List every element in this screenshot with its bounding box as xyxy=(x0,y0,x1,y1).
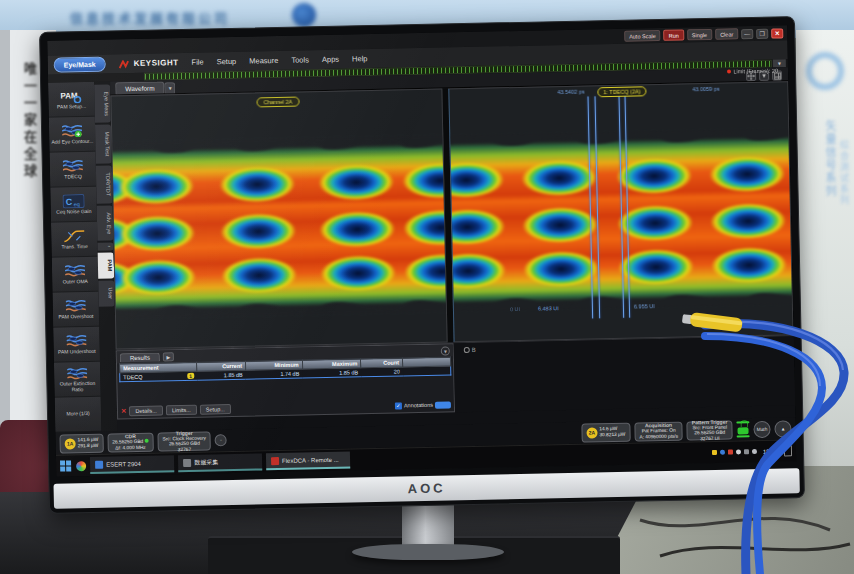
menu-measure[interactable]: Measure xyxy=(249,56,278,66)
channel-chip[interactable]: Channel 2A xyxy=(256,97,299,108)
menu-tools[interactable]: Tools xyxy=(291,55,309,64)
lock-icon xyxy=(737,424,748,434)
tab-mask-test[interactable]: Mask Test xyxy=(95,125,112,164)
close-results-icon[interactable]: ✕ xyxy=(121,407,127,415)
results-tab[interactable]: Results xyxy=(120,352,160,362)
marker-time-right: 43.0059 ps xyxy=(692,86,719,93)
app-icon xyxy=(95,460,103,468)
booth-banner-text: 信息技术发展有限公司 xyxy=(70,8,230,27)
sidebar-button-outer-oma[interactable]: Outer OMA xyxy=(52,257,99,293)
wall-logo xyxy=(806,52,844,90)
sidebar-button-tdecq[interactable]: TDECQ xyxy=(50,152,97,188)
menu-file[interactable]: File xyxy=(191,58,203,67)
tray-icon[interactable] xyxy=(712,450,717,455)
sidebar-button-more[interactable]: More (1/3) xyxy=(55,397,102,433)
tab-adv-eye[interactable]: Adv. Eye xyxy=(97,205,114,241)
minimize-button[interactable]: — xyxy=(741,29,753,39)
acquisition-status[interactable]: Acquisition Pat Frames: On A: 40960000 p… xyxy=(634,421,683,441)
cdr-lock-indicator xyxy=(145,439,149,443)
tray-icon[interactable] xyxy=(720,450,725,455)
window1-label: 6.483 UI xyxy=(538,305,559,311)
close-button[interactable]: ✕ xyxy=(771,28,783,38)
axis-zero-label: 0 UI xyxy=(510,306,520,312)
run-button[interactable]: Run xyxy=(664,29,684,40)
keysight-brand: KEYSIGHT xyxy=(118,54,178,73)
value-maximum: 1.85 dB xyxy=(302,368,361,378)
taskbar-window-1[interactable]: ESERT 2904 xyxy=(90,455,174,474)
sidebar-button-ceq-noise-gain[interactable]: Ceq Ceq Noise Gain xyxy=(50,187,97,223)
math-button[interactable]: Math xyxy=(753,420,770,437)
tab-tdr-tdt[interactable]: TDR/TDT xyxy=(96,166,113,204)
sidebar-button-pam-overshoot[interactable]: PAM Overshoot xyxy=(52,292,99,328)
auto-scale-button[interactable]: Auto Scale xyxy=(624,30,661,42)
screen: Auto Scale Run Single Clear — ❐ ✕ Eye/Ma… xyxy=(47,25,796,476)
taskbar-clock[interactable]: 13:22 xyxy=(763,448,778,454)
pillar-text: 唯一一家在全球 xyxy=(20,62,39,181)
wall-text: 综合测试系列 xyxy=(838,140,851,206)
mode-select-button[interactable]: Eye/Mask xyxy=(54,57,106,73)
eye-diagram-icon xyxy=(67,366,87,380)
details-button[interactable]: Details... xyxy=(129,405,163,416)
photo-scene: 信息技术发展有限公司 矢量信号系列 综合测试系列 唯一一家在全球 Auto Sc… xyxy=(0,0,854,574)
pattern-lock-indicator xyxy=(736,421,749,437)
tab-user[interactable]: User xyxy=(98,280,115,306)
sidebar-button-pam-undershoot[interactable]: PAM Undershoot xyxy=(53,327,100,363)
results-play-button[interactable]: ▶ xyxy=(163,352,174,361)
clear-button[interactable]: Clear xyxy=(715,28,738,39)
tray-icon[interactable] xyxy=(752,449,757,454)
booth-logo xyxy=(292,3,316,27)
menu-apps[interactable]: Apps xyxy=(322,55,339,64)
channel-2a-status[interactable]: 2A 14.6 µW 30.8213 µW xyxy=(581,422,630,442)
svg-text:eq: eq xyxy=(74,201,80,207)
sidebar-button-trans-time[interactable]: Trans. Time xyxy=(51,222,98,258)
pattern-trigger-status[interactable]: Pattern Trigger Src: Front Panel 26.5625… xyxy=(687,420,733,440)
ceq-icon: Ceq xyxy=(62,194,84,208)
tab-pam[interactable]: PAM xyxy=(98,253,115,279)
restore-button[interactable]: ❐ xyxy=(756,28,768,38)
channel-1a-status[interactable]: 1A 141.6 µW 291.8 µW xyxy=(59,433,103,453)
tray-icon[interactable] xyxy=(744,449,749,454)
sidebar-button-outer-extinction-ratio[interactable]: Outer Extinction Ratio xyxy=(54,362,101,398)
waveform-tab[interactable]: Waveform xyxy=(115,81,165,94)
results-collapse-button[interactable]: ▼ xyxy=(441,346,450,355)
bottom-row: Results ▶ ▼ Measurement Current xyxy=(116,335,795,419)
wall-text: 矢量信号系列 xyxy=(822,120,838,198)
aux-round-button[interactable]: ▲ xyxy=(774,420,791,437)
marker-time-left: 43.5402 ps xyxy=(557,89,584,96)
tray-icon[interactable] xyxy=(736,449,741,454)
content: PAM PAM Setup... Add Eye Contour... TDEC… xyxy=(48,67,795,432)
checkbox-icon: ✓ xyxy=(395,402,402,409)
flexdca-app: Auto Scale Run Single Clear — ❐ ✕ Eye/Ma… xyxy=(47,25,796,476)
cdr-status[interactable]: CDR 26.56250 GBd Δf: 4.000 MHz xyxy=(107,432,154,452)
eye-diagram-panel-right[interactable]: 43.5402 ps 1: TDECQ (2A) 43.0059 ps 0 UI… xyxy=(448,81,793,342)
notification-icon[interactable] xyxy=(784,445,792,456)
browser-icon[interactable] xyxy=(76,461,86,471)
panel-b-label[interactable]: B xyxy=(464,347,476,353)
limit-indicator-dot xyxy=(727,69,731,73)
status-expand-button[interactable]: ◦ xyxy=(215,434,227,446)
single-button[interactable]: Single xyxy=(687,29,713,41)
measurement-name: TDECQ xyxy=(123,374,142,380)
monitor-brand: AOC xyxy=(408,481,446,497)
setup-button[interactable]: Setup... xyxy=(200,404,231,415)
annotations-toggle[interactable]: ✓ Annotations xyxy=(395,401,451,409)
tray-icon[interactable] xyxy=(728,450,733,455)
sidebar-button-add-eye-contour[interactable]: Add Eye Contour... xyxy=(49,117,96,153)
tab-collapse[interactable]: ‹ xyxy=(97,243,113,251)
limits-button[interactable]: Limits... xyxy=(166,405,197,416)
waveform-tab-dropdown[interactable]: ▼ xyxy=(164,82,175,93)
annotations-label: Annotations xyxy=(404,402,433,409)
tab-eye-meas[interactable]: Eye Meas xyxy=(94,84,111,123)
taskbar-window-2[interactable]: 数据采集 xyxy=(178,453,262,472)
sidebar-button-pam-setup[interactable]: PAM PAM Setup... xyxy=(48,82,95,118)
tdecq-annotation-chip[interactable]: 1: TDECQ (2A) xyxy=(597,86,646,97)
menu-help[interactable]: Help xyxy=(352,54,368,63)
eye-diagram-panel-left[interactable]: Channel 2A xyxy=(110,89,447,350)
menu-setup[interactable]: Setup xyxy=(217,57,237,66)
trigger-status[interactable]: Trigger Src: Clock Recovery 26.56250 GBd… xyxy=(157,431,211,451)
pam-logo-icon: PAM xyxy=(59,89,83,103)
svg-text:PAM: PAM xyxy=(60,91,78,100)
start-button[interactable] xyxy=(60,460,72,472)
eye-diagram-icon xyxy=(66,334,86,348)
taskbar-window-flexdca[interactable]: FlexDCA - Remote ... xyxy=(266,452,350,471)
